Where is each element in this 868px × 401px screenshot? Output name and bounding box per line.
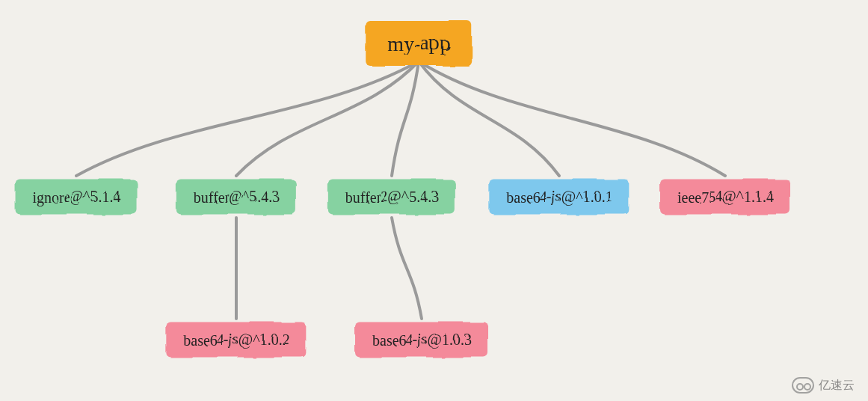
node-b64-2: base64-js@^1.0.2: [166, 322, 306, 358]
edge: [419, 61, 725, 176]
node-base64: base64-js@^1.0.1: [489, 180, 629, 215]
node-root: my-app: [366, 21, 472, 66]
node-b64-3: base64-js@1.0.3: [355, 322, 488, 358]
node-buffer2: buffer2@^5.4.3: [328, 180, 455, 215]
watermark-text: 亿速云: [819, 378, 855, 394]
node-ignore: ignore@^5.1.4: [16, 180, 138, 215]
edge: [419, 61, 559, 176]
edge: [392, 218, 422, 319]
cloud-icon: [792, 377, 814, 394]
node-ieee754: ieee754@^1.1.4: [660, 180, 790, 215]
edge: [76, 61, 419, 176]
watermark: 亿速云: [792, 377, 855, 394]
node-buffer: buffer@^5.4.3: [176, 180, 296, 215]
edge: [392, 61, 419, 176]
edge: [236, 61, 419, 176]
